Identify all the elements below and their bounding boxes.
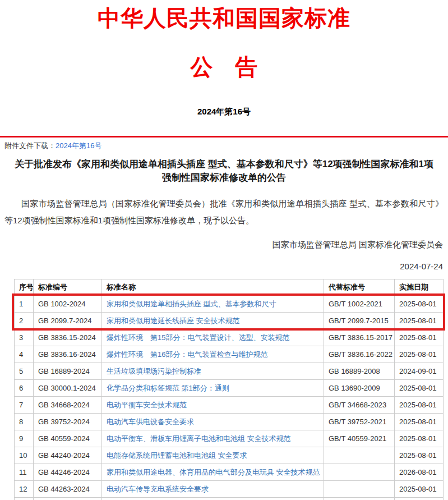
implementation-date-cell: 2024-11-01 — [395, 498, 444, 500]
row-index-cell: 8 — [15, 414, 34, 430]
standard-name-cell: 化学品分类和标签规范 第1部分：通则 — [102, 380, 324, 397]
standard-name-cell: 电动平衡车安全技术规范 — [102, 397, 324, 414]
standard-name-link[interactable]: 家用和类似用途延长线插座 安全技术规范 — [107, 316, 240, 325]
implementation-date-cell: 2026-08-01 — [395, 464, 444, 481]
attachment-link[interactable]: 2024年第16号 — [56, 141, 101, 150]
implementation-date-cell: 2025-08-01 — [395, 346, 444, 363]
header-replaced-code: 代替标准号 — [324, 279, 395, 296]
standard-code-cell: GB 40559-2024 — [34, 430, 102, 447]
row-index-cell: 9 — [15, 430, 34, 447]
implementation-date-cell: 2025-08-01 — [395, 447, 444, 464]
standard-name-link[interactable]: 电动汽车传导充电系统安全要求 — [107, 485, 209, 493]
issuing-authority: 国家市场监督管理总局 国家标准化管理委员会 — [0, 240, 443, 250]
table-row: 12GB 44263-2024电动汽车传导充电系统安全要求2025-08-01 — [15, 481, 444, 498]
table-header-row: 序号 标准编号 标准名称 代替标准号 实施日期 — [15, 279, 444, 296]
table-row: 4GB 3836.16-2024爆炸性环境 第16部分：电气装置检查与维护规范G… — [15, 346, 444, 363]
table-row: 9GB 40559-2024电动平衡车、滑板车用锂离子电池和电池组 安全技术规范… — [15, 430, 444, 447]
table-row: 2GB 2099.7-2024家用和类似用途延长线插座 安全技术规范GB/T 2… — [15, 313, 444, 329]
standard-code-cell: GB 34668-2024 — [34, 397, 102, 414]
standard-code-cell: GB 16889-2024 — [34, 363, 102, 380]
header-index: 序号 — [15, 279, 34, 296]
row-index-cell: 11 — [15, 464, 34, 481]
standard-name-cell: 电动汽车供电设备安全要求 — [102, 414, 324, 430]
standard-code-cell: GB 39752-2024 — [34, 414, 102, 430]
table-row: 1GB 1002-2024家用和类似用途单相插头插座 型式、基本参数和尺寸GB/… — [15, 296, 444, 313]
standard-code-cell: GB 1002-2024 — [34, 296, 102, 313]
replaced-code-cell: GB/T 2099.7-2015 — [324, 313, 395, 329]
standard-name-cell: 电能存储系统用锂蓄电池和电池组 安全要求 — [102, 447, 324, 464]
implementation-date-cell: 2025-08-01 — [395, 414, 444, 430]
document-title: 中华人民共和国国家标准 — [0, 6, 448, 31]
table-row: 6GB 30000.1-2024化学品分类和标签规范 第1部分：通则GB 136… — [15, 380, 444, 397]
standard-code-cell: GB 30000.1-2024 — [34, 380, 102, 397]
replaced-code-cell: GB/T 34668-2023 — [324, 397, 395, 414]
standard-name-link[interactable]: 家用和类似用途单相插头插座 型式、基本参数和尺寸 — [107, 300, 276, 308]
standard-name-cell: 家用和类似用途电器、体育用品的电气部分及电玩具 安全技术规范 — [102, 464, 324, 481]
standard-name-link[interactable]: 电能存储系统用锂蓄电池和电池组 安全要求 — [107, 451, 247, 460]
implementation-date-cell: 2025-08-01 — [395, 380, 444, 397]
standards-table: 序号 标准编号 标准名称 代替标准号 实施日期 1GB 1002-2024家用和… — [14, 279, 444, 500]
standard-name-cell: 家用和类似用途延长线插座 安全技术规范 — [102, 313, 324, 329]
attachment-download-row: 附件文件下载：2024年第16号 — [0, 137, 448, 150]
implementation-date-cell: 2025-08-01 — [395, 397, 444, 414]
standard-code-cell: GB 44240-2024 — [34, 447, 102, 464]
implementation-date-cell: 2025-08-01 — [395, 313, 444, 329]
standard-code-cell: GB 3836.15-2024 — [34, 329, 102, 346]
standard-name-cell: 电动自行车用充电器安全技术要求 《第1号修改单》 — [102, 498, 324, 500]
row-index-cell: 4 — [15, 346, 34, 363]
row-index-cell: 7 — [15, 397, 34, 414]
row-index-cell: 10 — [15, 447, 34, 464]
standard-name-cell: 家用和类似用途单相插头插座 型式、基本参数和尺寸 — [102, 296, 324, 313]
replaced-code-cell: GB/T 40559-2021 — [324, 430, 395, 447]
implementation-date-cell: 2025-08-01 — [395, 481, 444, 498]
row-index-cell: 13 — [15, 498, 34, 500]
publication-date: 2024-07-24 — [0, 262, 443, 272]
table-row: 3GB 3836.15-2024爆炸性环境 第15部分：电气装置设计、选型、安装… — [15, 329, 444, 346]
replaced-code-cell — [324, 447, 395, 464]
row-index-cell: 3 — [15, 329, 34, 346]
table-body: 1GB 1002-2024家用和类似用途单相插头插座 型式、基本参数和尺寸GB/… — [15, 296, 444, 500]
row-index-cell: 1 — [15, 296, 34, 313]
replaced-code-cell: GB/T 3836.15-2017 — [324, 329, 395, 346]
standard-name-link[interactable]: 家用和类似用途电器、体育用品的电气部分及电玩具 安全技术规范 — [107, 468, 320, 476]
standard-code-cell: GB 3836.16-2024 — [34, 346, 102, 363]
standard-name-cell: 爆炸性环境 第15部分：电气装置设计、选型、安装规范 — [102, 329, 324, 346]
standard-name-link[interactable]: 化学品分类和标签规范 第1部分：通则 — [107, 384, 229, 392]
header-standard-code: 标准编号 — [34, 279, 102, 296]
standard-code-cell: GB 44263-2024 — [34, 481, 102, 498]
implementation-date-cell: 2025-08-01 — [395, 296, 444, 313]
standard-code-cell: GB 44246-2024 — [34, 464, 102, 481]
standard-name-link[interactable]: 爆炸性环境 第15部分：电气装置设计、选型、安装规范 — [107, 333, 289, 342]
replaced-code-cell: GB 16889-2008 — [324, 363, 395, 380]
header-implementation-date: 实施日期 — [395, 279, 444, 296]
standard-name-link[interactable]: 电动汽车供电设备安全要求 — [107, 418, 194, 426]
replaced-code-cell — [324, 481, 395, 498]
standard-name-cell: 电动汽车传导充电系统安全要求 — [102, 481, 324, 498]
standard-name-link[interactable]: 电动平衡车安全技术规范 — [107, 401, 187, 409]
replaced-code-cell — [324, 498, 395, 500]
announcement-page: 中华人民共和国国家标准 公 告 2024年第16号 附件文件下载：2024年第1… — [0, 0, 448, 500]
standards-table-wrap: 序号 标准编号 标准名称 代替标准号 实施日期 1GB 1002-2024家用和… — [14, 279, 443, 500]
standard-code-cell: GB 2099.7-2024 — [34, 313, 102, 329]
replaced-code-cell: GB/T 3836.16-2022 — [324, 346, 395, 363]
standard-name-link[interactable]: 生活垃圾填埋场污染控制标准 — [107, 367, 201, 375]
standard-name-link[interactable]: 电动平衡车、滑板车用锂离子电池和电池组 安全技术规范 — [107, 434, 291, 443]
row-index-cell: 2 — [15, 313, 34, 329]
attachment-label: 附件文件下载： — [4, 141, 56, 150]
standard-name-cell: 爆炸性环境 第16部分：电气装置检查与维护规范 — [102, 346, 324, 363]
replaced-code-cell: GB/T 39752-2021 — [324, 414, 395, 430]
replaced-code-cell — [324, 464, 395, 481]
standard-name-link[interactable]: 爆炸性环境 第16部分：电气装置检查与维护规范 — [107, 350, 267, 359]
replaced-code-cell: GB/T 1002-2021 — [324, 296, 395, 313]
standard-name-cell: 电动平衡车、滑板车用锂离子电池和电池组 安全技术规范 — [102, 430, 324, 447]
standard-name-cell: 生活垃圾填埋场污染控制标准 — [102, 363, 324, 380]
table-row: 5GB 16889-2024生活垃圾填埋场污染控制标准GB 16889-2008… — [15, 363, 444, 380]
row-index-cell: 5 — [15, 363, 34, 380]
issue-number: 2024年第16号 — [0, 107, 448, 117]
row-index-cell: 6 — [15, 380, 34, 397]
implementation-date-cell: 2024-09-01 — [395, 363, 444, 380]
standard-code-cell: GB 42296-2022 — [34, 498, 102, 500]
table-row: 7GB 34668-2024电动平衡车安全技术规范GB/T 34668-2023… — [15, 397, 444, 414]
table-row: 10GB 44240-2024电能存储系统用锂蓄电池和电池组 安全要求2025-… — [15, 447, 444, 464]
table-row: 8GB 39752-2024电动汽车供电设备安全要求GB/T 39752-202… — [15, 414, 444, 430]
